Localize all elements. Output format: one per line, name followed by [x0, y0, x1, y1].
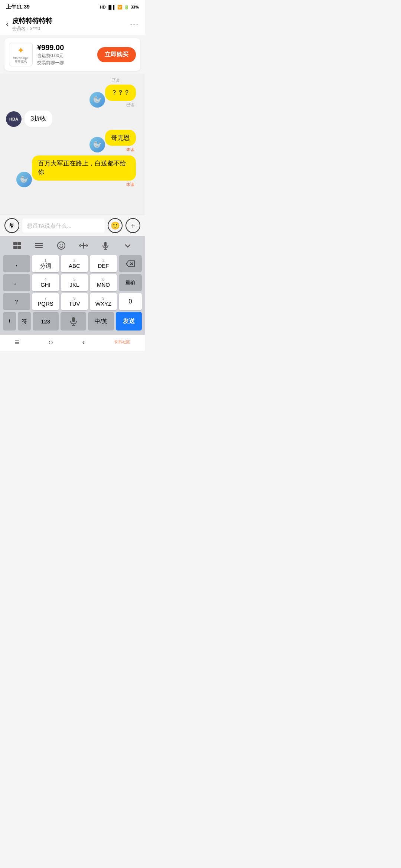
product-price: ¥999.00 — [37, 43, 97, 52]
status-icons: HD ▐▌▌ 🛜 🔋 33% — [100, 5, 139, 10]
more-button[interactable]: ··· — [130, 19, 139, 29]
svg-rect-1 — [17, 242, 21, 245]
svg-rect-17 — [72, 317, 75, 322]
avatar: 🦭 — [89, 137, 105, 152]
brand-icon: ✦ — [17, 45, 25, 56]
chat-title: 皮特特特特特 — [12, 16, 130, 25]
key-jkl[interactable]: 5 JKL — [61, 274, 88, 291]
chat-subtitle: 会员名：x***0 — [12, 26, 130, 32]
question-key[interactable]: ? — [3, 293, 30, 310]
voice-button[interactable] — [98, 239, 113, 252]
message-row: HBA 3折收 — [6, 111, 139, 127]
app-label: 卡市社区 — [114, 339, 130, 345]
voice-input-button[interactable]: 🎙 — [4, 218, 19, 233]
header-info: 皮特特特特特 会员名：x***0 — [12, 16, 130, 32]
key-abc[interactable]: 2 ABC — [61, 255, 88, 272]
plus-icon: ＋ — [129, 221, 137, 231]
nav-bar: ≡ ○ ‹ 卡市社区 — [0, 335, 145, 351]
keyboard-grid-button[interactable] — [10, 239, 25, 252]
message-row: ？？？ 已读 🦭 — [6, 85, 139, 108]
hd-badge: HD — [100, 5, 106, 9]
home-icon: ○ — [48, 338, 53, 347]
svg-rect-6 — [35, 247, 43, 248]
message-status: 已读 — [125, 102, 136, 108]
reset-key[interactable]: 重输 — [119, 274, 142, 291]
brand-name: StarCharge星星充电 — [13, 56, 29, 63]
svg-rect-12 — [104, 242, 107, 247]
add-button[interactable]: ＋ — [125, 218, 140, 233]
emoji-button[interactable]: 🙂 — [108, 218, 123, 233]
comma-key[interactable]: , — [3, 255, 30, 272]
emoji-icon: 🙂 — [111, 221, 120, 230]
collapse-keyboard-button[interactable] — [120, 239, 135, 252]
svg-rect-0 — [13, 242, 17, 245]
key-mno[interactable]: 6 MNO — [90, 274, 117, 291]
svg-point-7 — [58, 242, 65, 249]
chat-header: ‹ 皮特特特特特 会员名：x***0 ··· — [0, 13, 145, 35]
message-bubble: ？？？ — [105, 85, 136, 101]
symbol-key[interactable]: 符 — [18, 312, 31, 331]
product-shipping: 含运费0.00元 — [37, 53, 97, 59]
svg-point-8 — [60, 244, 61, 246]
nav-menu-button[interactable]: ≡ — [14, 338, 19, 347]
status-time: 上午11:39 — [6, 4, 30, 10]
key-pqrs[interactable]: 7 PQRS — [32, 293, 59, 310]
message-bubble-wrap: 百万大军正在路上，白送都不给你 未读 — [32, 155, 136, 187]
message-bubble: 3折收 — [25, 111, 52, 127]
mic-icon: 🎙 — [9, 222, 15, 230]
product-card: ✦ StarCharge星星充电 ¥999.00 含运费0.00元 交易前聊一聊… — [4, 38, 140, 71]
wifi-icon: 🛜 — [117, 5, 123, 10]
message-bubble: 百万大军正在路上，白送都不给你 — [32, 155, 136, 181]
key-ghi[interactable]: 4 GHI — [32, 274, 59, 291]
message-bubble-wrap: 哥无恩 未读 — [105, 130, 136, 153]
product-logo: ✦ StarCharge星星充电 — [9, 43, 33, 66]
numpad-key[interactable]: 123 — [33, 312, 59, 331]
keyboard-toolbar — [0, 236, 145, 254]
back-icon: ‹ — [82, 338, 85, 347]
message-row: 哥无恩 未读 🦭 — [6, 130, 139, 153]
key-def[interactable]: 3 DEF — [90, 255, 117, 272]
battery-percent: 33% — [131, 5, 139, 9]
menu-icon: ≡ — [14, 338, 19, 347]
exclamation-key[interactable]: ! — [3, 312, 16, 331]
key-tuv[interactable]: 8 TUV — [61, 293, 88, 310]
avatar: HBA — [6, 111, 22, 127]
svg-point-9 — [62, 244, 63, 246]
keyboard-switch-button[interactable] — [32, 239, 46, 252]
back-button[interactable]: ‹ — [6, 19, 9, 29]
send-button[interactable]: 发送 — [116, 312, 142, 331]
avatar: 🦭 — [16, 172, 32, 187]
svg-rect-4 — [35, 243, 43, 244]
input-bar: 🎙 🙂 ＋ — [0, 215, 145, 236]
cursor-button[interactable] — [76, 239, 91, 252]
buy-button[interactable]: 立即购买 — [97, 47, 136, 62]
message-bubble: 哥无恩 — [105, 130, 136, 146]
message-row: 百万大军正在路上，白送都不给你 未读 🦭 — [6, 155, 139, 187]
period-key[interactable]: 。 — [3, 274, 30, 291]
message-status: 未读 — [125, 147, 136, 152]
svg-rect-3 — [17, 246, 21, 249]
delete-key[interactable] — [119, 255, 142, 272]
product-details: ¥999.00 含运费0.00元 交易前聊一聊 — [37, 43, 97, 66]
keyboard: , 1 分词 2 ABC 3 DEF 。 4 GHI — [0, 254, 145, 335]
key-fen-ci[interactable]: 1 分词 — [32, 255, 59, 272]
message-input[interactable] — [22, 218, 105, 233]
nav-home-button[interactable]: ○ — [48, 338, 53, 347]
already-read-indicator: 已读 — [6, 78, 139, 83]
zero-key[interactable]: 0 — [119, 293, 142, 310]
message-status: 未读 — [125, 182, 136, 187]
message-bubble-wrap: ？？？ 已读 — [105, 85, 136, 108]
status-bar: 上午11:39 HD ▐▌▌ 🛜 🔋 33% — [0, 0, 145, 13]
emoji-keyboard-button[interactable] — [54, 239, 69, 252]
svg-rect-2 — [13, 246, 17, 249]
nav-back-button[interactable]: ‹ — [82, 338, 85, 347]
product-chat-hint: 交易前聊一聊 — [37, 60, 97, 66]
nav-app-icon[interactable]: 卡市社区 — [114, 339, 130, 345]
message-bubble-wrap: 3折收 — [25, 111, 52, 127]
signal-icon: ▐▌▌ — [107, 5, 116, 9]
key-wxyz[interactable]: 9 WXYZ — [90, 293, 117, 310]
language-key[interactable]: 中/英 — [88, 312, 114, 331]
battery-icon: 🔋 — [124, 5, 129, 10]
mic-key[interactable] — [61, 312, 87, 331]
avatar: 🦭 — [89, 92, 105, 108]
